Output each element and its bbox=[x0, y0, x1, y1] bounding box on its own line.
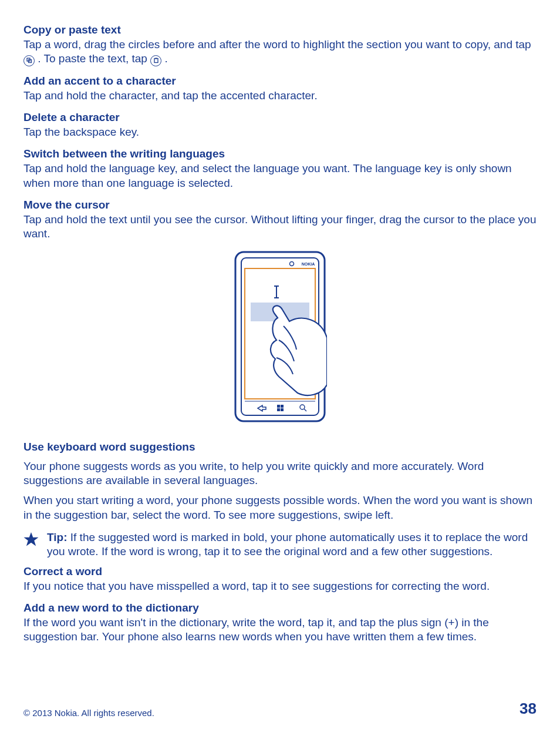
paste-icon bbox=[150, 55, 161, 66]
p-move-cursor: Tap and hold the text until you see the … bbox=[23, 213, 537, 241]
svg-marker-19 bbox=[24, 532, 39, 546]
section-correct: Correct a word If you notice that you ha… bbox=[23, 565, 537, 593]
copyright: © 2013 Nokia. All rights reserved. bbox=[23, 708, 154, 718]
text-fragment: . To paste the text, tap bbox=[38, 52, 150, 65]
heading-delete: Delete a character bbox=[23, 111, 537, 124]
section-suggestions: Use keyboard word suggestions Your phone… bbox=[23, 441, 537, 522]
section-switch-lang: Switch between the writing languages Tap… bbox=[23, 147, 537, 190]
text-fragment: . bbox=[164, 52, 167, 65]
p-suggestions-1: Your phone suggests words as you write, … bbox=[23, 459, 537, 488]
phone-illustration: NOKIA bbox=[23, 250, 537, 426]
heading-move-cursor: Move the cursor bbox=[23, 199, 537, 211]
tip-row: Tip: If the suggested word is marked in … bbox=[23, 530, 537, 560]
svg-rect-3 bbox=[155, 58, 157, 59]
section-accent: Add an accent to a character Tap and hol… bbox=[23, 75, 537, 103]
p-correct: If you notice that you have misspelled a… bbox=[23, 579, 537, 593]
section-copy-paste: Copy or paste text Tap a word, drag the … bbox=[23, 23, 537, 66]
p-delete: Tap the backspace key. bbox=[23, 125, 537, 139]
heading-accent: Add an accent to a character bbox=[23, 75, 537, 88]
svg-rect-15 bbox=[277, 408, 280, 411]
text-fragment: Tap a word, drag the circles before and … bbox=[23, 38, 531, 51]
section-move-cursor: Move the cursor Tap and hold the text un… bbox=[23, 199, 537, 241]
tip-star-icon bbox=[23, 532, 39, 550]
heading-switch-lang: Switch between the writing languages bbox=[23, 147, 537, 160]
svg-rect-13 bbox=[277, 405, 280, 408]
p-copy-paste: Tap a word, drag the circles before and … bbox=[23, 38, 537, 66]
tip-text: Tip: If the suggested word is marked in … bbox=[47, 530, 537, 559]
section-delete: Delete a character Tap the backspace key… bbox=[23, 111, 537, 139]
tip-label: Tip: bbox=[47, 531, 70, 543]
phone-brand-label: NOKIA bbox=[302, 262, 315, 266]
page-number: 38 bbox=[519, 700, 537, 718]
heading-correct: Correct a word bbox=[23, 565, 537, 578]
heading-add-word: Add a new word to the dictionary bbox=[23, 602, 537, 614]
heading-copy-paste: Copy or paste text bbox=[23, 23, 537, 36]
p-switch-lang: Tap and hold the language key, and selec… bbox=[23, 162, 537, 190]
tip-body: If the suggested word is marked in bold,… bbox=[47, 531, 528, 557]
svg-rect-2 bbox=[154, 59, 158, 63]
heading-suggestions: Use keyboard word suggestions bbox=[23, 441, 537, 454]
section-add-word: Add a new word to the dictionary If the … bbox=[23, 602, 537, 644]
p-suggestions-2: When you start writing a word, your phon… bbox=[23, 493, 537, 522]
p-accent: Tap and hold the character, and tap the … bbox=[23, 89, 537, 103]
svg-rect-16 bbox=[281, 408, 284, 411]
svg-rect-14 bbox=[281, 405, 284, 408]
p-add-word: If the word you want isn't in the dictio… bbox=[23, 616, 537, 644]
copy-icon bbox=[23, 55, 35, 66]
footer: © 2013 Nokia. All rights reserved. 38 bbox=[23, 700, 537, 718]
